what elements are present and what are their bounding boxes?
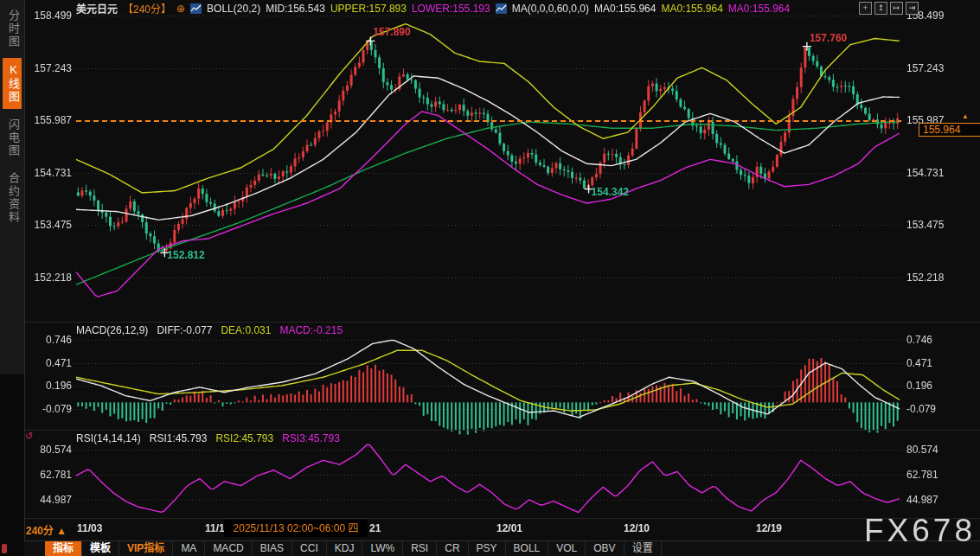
- boll-upper-value: UPPER:157.893: [330, 3, 407, 15]
- ma-label: MA(0,0,0,60,0,0): [512, 3, 589, 15]
- indicator-icon: [496, 3, 507, 14]
- rsi-tick: 62.781: [906, 469, 938, 481]
- bottom-toolbar: 指标模板VIP指标MAMACDBIASCCIKDJLW%RSICRPSYBOLL…: [24, 540, 980, 556]
- time-label: 12/19: [756, 522, 782, 534]
- rsi-header: RSI(14,14,14) RSI1:45.793 RSI2:45.793 RS…: [76, 432, 340, 444]
- time-label: 11/03: [77, 522, 102, 534]
- sidebar-tab-0[interactable]: 分时图: [3, 4, 22, 54]
- price-annotation: 154.342: [592, 186, 629, 198]
- rsi-tick: 62.781: [40, 469, 72, 481]
- macd-tick: -0.079: [906, 403, 936, 415]
- chart-header: 美元日元 【240分】 ⊕ BOLL(20,2) MID:156.543 UPP…: [76, 2, 790, 15]
- time-axis: 240分 ▲ 2025/11/13 02:00~06:00 四 11/0311/…: [24, 519, 980, 540]
- macd-header: MACD(26,12,9) DIFF:-0.077 DEA:0.031 MACD…: [76, 324, 343, 336]
- boll-mid-value: MID:156.543: [266, 3, 325, 15]
- left-sidebar: 分时图K线图闪电图合约资料: [0, 0, 25, 556]
- rsi-tick: 80.574: [40, 444, 72, 456]
- price-annotation: 157.760: [810, 32, 847, 44]
- boll-label: BOLL(20,2): [207, 3, 260, 15]
- toolbar-item-cci[interactable]: CCI: [292, 541, 327, 556]
- rsi1-value: RSI1:45.793: [150, 432, 208, 444]
- time-label: 21: [369, 522, 381, 534]
- rsi3-value: RSI3:45.793: [282, 432, 340, 444]
- toolbar-item-rsi[interactable]: RSI: [403, 541, 437, 556]
- sidebar-footer: [0, 374, 24, 556]
- sidebar-tab-2[interactable]: 闪电图: [3, 113, 22, 163]
- toolbar-item-psy[interactable]: PSY: [469, 541, 506, 556]
- price-annotation: 152.812: [167, 249, 204, 261]
- toolbar-item-vip-indicators[interactable]: VIP指标: [119, 541, 173, 556]
- toolbar-item-vol[interactable]: VOL: [548, 541, 586, 556]
- chart-canvas[interactable]: [0, 0, 980, 556]
- rsi-tick: 44.987: [906, 494, 938, 506]
- price-alert-icon: ▲: [962, 112, 969, 120]
- time-label: 12/10: [624, 522, 650, 534]
- macd-tick: 0.196: [46, 380, 72, 392]
- toolbar-item-indicators[interactable]: 指标: [45, 541, 82, 556]
- rsi-tick: 80.574: [906, 444, 938, 456]
- time-label: 12/01: [496, 522, 522, 534]
- corner-handle[interactable]: [2, 544, 7, 553]
- macd-tick: 0.471: [906, 357, 932, 369]
- macd-tick: 0.746: [46, 334, 72, 346]
- macd-dea-value: DEA:0.031: [221, 324, 271, 336]
- rsi-title: RSI(14,14,14): [76, 432, 141, 444]
- main-tick: 157.243: [35, 62, 72, 74]
- add-icon[interactable]: ⊕: [176, 3, 185, 15]
- zoom-vertical-icon[interactable]: ↥: [874, 2, 887, 15]
- main-tick: 154.731: [35, 167, 72, 179]
- toolbar-item-lw[interactable]: LW%: [362, 541, 403, 556]
- pan-right-icon[interactable]: ⇥: [906, 2, 919, 15]
- toolbar-item-bias[interactable]: BIAS: [253, 541, 292, 556]
- time-label: 11/1: [205, 522, 225, 534]
- period-dropdown[interactable]: 240分 ▲: [26, 522, 67, 537]
- macd-value: MACD:-0.215: [279, 324, 343, 336]
- main-tick: 152.218: [35, 272, 72, 284]
- price-annotation: 157.890: [373, 26, 410, 38]
- crosshair-tooltip: 2025/11/13 02:00~06:00 四: [224, 520, 368, 537]
- main-tick: 153.475: [906, 219, 944, 231]
- main-tick: 158.499: [35, 10, 72, 22]
- panel-divider: [24, 322, 980, 323]
- sidebar-tab-1[interactable]: K线图: [3, 58, 22, 109]
- sidebar-tab-3[interactable]: 合约资料: [3, 167, 22, 229]
- main-tick: 157.243: [906, 62, 944, 74]
- current-price-tag: 155.964: [919, 123, 980, 137]
- macd-title: MACD(26,12,9): [76, 324, 148, 336]
- macd-tick: -0.079: [42, 403, 72, 415]
- zoom-horizontal-icon[interactable]: ↦: [890, 2, 903, 15]
- panel-divider: [24, 430, 980, 431]
- ma0-yellow-value: MA0:155.964: [661, 3, 722, 15]
- price-axis-right: 158.499157.243155.987154.731153.475152.2…: [904, 0, 980, 556]
- main-tick: 154.731: [906, 167, 944, 179]
- main-tick: 152.218: [906, 272, 944, 284]
- crosshair-icon[interactable]: +: [859, 2, 872, 15]
- indicator-icon: [190, 3, 202, 14]
- toolbar-item-obv[interactable]: OBV: [586, 541, 624, 556]
- header-buttons: +↥↦⇥: [859, 2, 919, 15]
- toolbar-item-cr[interactable]: CR: [437, 541, 468, 556]
- rsi2-value: RSI2:45.793: [215, 432, 273, 444]
- macd-tick: 0.196: [906, 380, 932, 392]
- toolbar-item-ma[interactable]: MA: [173, 541, 205, 556]
- watermark: FX678: [864, 513, 976, 549]
- macd-tick: 0.746: [906, 334, 932, 346]
- toolbar-item-boll[interactable]: BOLL: [506, 541, 549, 556]
- symbol-title: 美元日元: [76, 1, 118, 16]
- period-label[interactable]: 【240分】: [123, 1, 171, 16]
- rsi-tick: 44.987: [40, 494, 72, 506]
- rsi-panel-marker-icon[interactable]: ↺: [25, 431, 33, 442]
- ma0-magenta-value: MA0:155.964: [728, 3, 790, 15]
- toolbar-item-kdj[interactable]: KDJ: [327, 541, 363, 556]
- main-tick: 153.475: [35, 219, 72, 231]
- toolbar-item-templates[interactable]: 模板: [82, 541, 119, 556]
- macd-tick: 0.471: [46, 357, 72, 369]
- boll-lower-value: LOWER:155.193: [412, 3, 490, 15]
- chart-window: 分时图K线图闪电图合约资料 美元日元 【240分】 ⊕ BOLL(20,2) M…: [0, 0, 980, 556]
- price-axis-left: 158.499157.243155.987154.731153.475152.2…: [24, 0, 74, 556]
- toolbar-item-macd[interactable]: MACD: [205, 541, 252, 556]
- main-tick: 155.987: [35, 114, 72, 126]
- macd-diff-value: DIFF:-0.077: [157, 324, 212, 336]
- toolbar-item-settings[interactable]: 设置: [625, 541, 662, 556]
- ma0-white-value: MA0:155.964: [594, 3, 656, 15]
